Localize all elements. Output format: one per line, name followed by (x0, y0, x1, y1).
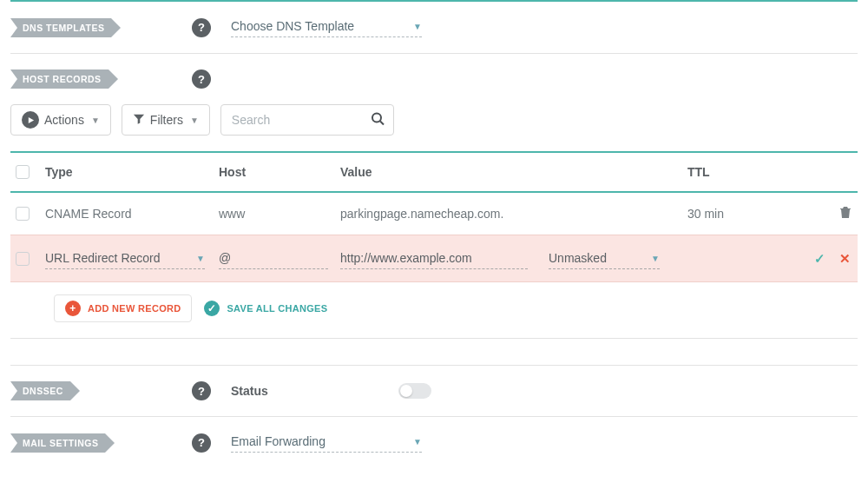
svg-line-2 (380, 122, 384, 125)
save-all-changes-label: SAVE ALL CHANGES (227, 303, 327, 314)
cell-ttl: 30 min (687, 207, 774, 221)
help-icon[interactable]: ? (192, 433, 211, 453)
col-ttl: TTL (687, 165, 774, 179)
actions-button[interactable]: Actions ▼ (10, 104, 111, 136)
help-icon[interactable]: ? (192, 69, 211, 89)
chevron-down-icon: ▼ (91, 116, 100, 125)
chevron-down-icon: ▼ (196, 254, 205, 263)
add-new-record-label: ADD NEW RECORD (88, 303, 181, 314)
svg-point-1 (372, 114, 381, 122)
table-header: Type Host Value TTL (10, 153, 858, 191)
cell-type: CNAME Record (45, 207, 219, 221)
plus-icon: + (65, 301, 81, 316)
dnssec-toggle[interactable] (398, 383, 431, 399)
chevron-down-icon: ▼ (413, 437, 422, 446)
col-type: Type (45, 165, 219, 179)
col-value: Value (340, 165, 687, 179)
col-host: Host (219, 165, 340, 179)
help-icon[interactable]: ? (192, 381, 211, 400)
table-row: CNAME Record www parkingpage.namecheap.c… (10, 193, 858, 235)
tag-host-records: HOST RECORDS (10, 69, 108, 89)
table-row-editing: URL Redirect Record ▼ Unmasked ▼ ✓ ✕ (10, 235, 858, 282)
search-icon (371, 112, 385, 129)
help-icon[interactable]: ? (192, 18, 211, 37)
select-all-checkbox[interactable] (16, 165, 30, 179)
record-value-input[interactable] (340, 248, 528, 269)
search-input-wrap[interactable] (220, 104, 394, 136)
row-checkbox[interactable] (16, 207, 30, 221)
section-dnssec: DNSSEC ? Status (10, 366, 858, 416)
tag-dns-templates: DNS TEMPLATES (10, 18, 111, 37)
filter-icon (133, 113, 145, 128)
search-input[interactable] (232, 113, 362, 127)
check-icon: ✓ (204, 301, 220, 316)
cancel-row-button[interactable]: ✕ (839, 251, 851, 267)
record-type-value: URL Redirect Record (45, 251, 161, 265)
filters-button-label: Filters (150, 113, 183, 127)
mail-settings-select-label: Email Forwarding (231, 434, 326, 448)
cell-value: parkingpage.namecheap.com. (340, 207, 687, 221)
chevron-down-icon: ▼ (651, 254, 660, 263)
play-icon (22, 111, 39, 129)
chevron-down-icon: ▼ (190, 116, 199, 125)
filters-button[interactable]: Filters ▼ (122, 104, 210, 136)
records-action-bar: + ADD NEW RECORD ✓ SAVE ALL CHANGES (10, 282, 858, 338)
dns-template-select-label: Choose DNS Template (231, 19, 354, 33)
chevron-down-icon: ▼ (413, 22, 422, 31)
tag-dnssec: DNSSEC (10, 381, 70, 400)
delete-row-button[interactable] (788, 205, 858, 222)
actions-button-label: Actions (44, 113, 84, 127)
cell-host: www (219, 207, 340, 221)
record-type-select[interactable]: URL Redirect Record ▼ (45, 248, 205, 269)
section-host-records: HOST RECORDS ? (10, 54, 858, 96)
dnssec-status-label: Status (231, 384, 268, 398)
record-mask-value: Unmasked (549, 251, 607, 265)
svg-marker-0 (28, 116, 33, 122)
confirm-row-button[interactable]: ✓ (814, 251, 825, 267)
add-new-record-button[interactable]: + ADD NEW RECORD (54, 294, 192, 322)
section-dns-templates: DNS TEMPLATES ? Choose DNS Template ▼ (10, 2, 858, 53)
save-all-changes-button[interactable]: ✓ SAVE ALL CHANGES (204, 294, 338, 322)
host-records-toolbar: Actions ▼ Filters ▼ (10, 96, 858, 151)
row-checkbox[interactable] (16, 252, 30, 266)
record-mask-select[interactable]: Unmasked ▼ (549, 248, 660, 269)
tag-mail-settings: MAIL SETTINGS (10, 433, 105, 453)
mail-settings-select[interactable]: Email Forwarding ▼ (231, 433, 422, 453)
dns-template-select[interactable]: Choose DNS Template ▼ (231, 17, 422, 37)
section-mail-settings: MAIL SETTINGS ? Email Forwarding ▼ (10, 417, 858, 458)
record-host-input[interactable] (219, 248, 328, 269)
